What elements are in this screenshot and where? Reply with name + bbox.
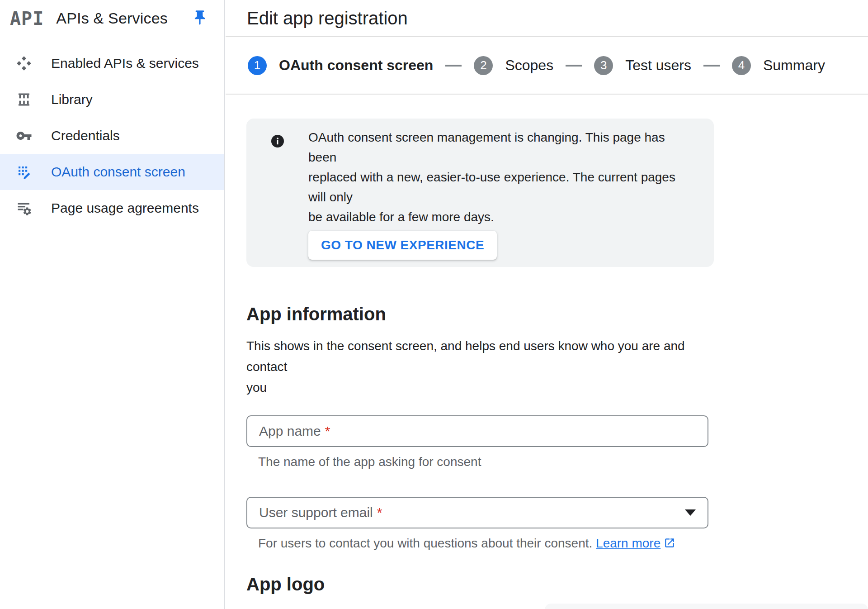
banner-message-line: replaced with a new, easier-to-use exper… <box>308 167 696 207</box>
step-test-users[interactable]: 3 Test users <box>594 56 691 75</box>
enabled-apis-icon <box>15 54 33 72</box>
info-icon <box>270 134 285 148</box>
step-label: Scopes <box>505 57 553 74</box>
page-title: Edit app registration <box>247 8 408 29</box>
step-label: OAuth consent screen <box>279 57 433 74</box>
oauth-consent-icon <box>15 163 33 181</box>
api-logo: API <box>10 8 44 29</box>
step-label: Test users <box>625 57 691 74</box>
sidebar-item-credentials[interactable]: Credentials <box>0 118 224 154</box>
step-connector <box>566 65 582 67</box>
sidebar-item-label: Enabled APIs & services <box>51 56 199 71</box>
main-panel: Edit app registration 1 OAuth consent sc… <box>226 0 868 609</box>
step-label: Summary <box>763 57 825 74</box>
user-support-email-helper: For users to contact you with questions … <box>258 536 868 552</box>
sidebar: API APIs & Services Enabled APIs & servi… <box>0 0 225 609</box>
chevron-down-icon[interactable] <box>685 509 696 516</box>
pushpin-icon <box>191 9 208 26</box>
learn-more-link[interactable]: Learn more <box>596 536 660 550</box>
step-number-badge: 1 <box>248 56 267 75</box>
key-icon <box>15 127 33 145</box>
list-gear-icon <box>15 199 33 217</box>
user-support-email-select[interactable]: User support email * <box>246 497 708 528</box>
step-summary[interactable]: 4 Summary <box>732 56 825 75</box>
step-scopes[interactable]: 2 Scopes <box>474 56 553 75</box>
sidebar-item-enabled-apis[interactable]: Enabled APIs & services <box>0 45 224 81</box>
notice-banner: OAuth consent screen management is chang… <box>246 119 714 267</box>
description-line: This shows in the consent screen, and he… <box>246 336 717 377</box>
app-name-input[interactable]: App name * <box>246 415 708 447</box>
partially-visible-panel <box>545 604 868 609</box>
registration-stepper: 1 OAuth consent screen 2 Scopes 3 Test u… <box>226 37 868 95</box>
step-number-badge: 4 <box>732 56 751 75</box>
sidebar-item-oauth-consent-screen[interactable]: OAuth consent screen <box>0 154 224 190</box>
library-icon <box>15 90 33 109</box>
user-support-email-placeholder: User support email <box>259 505 373 520</box>
app-information-description: This shows in the consent screen, and he… <box>246 336 717 398</box>
sidebar-item-label: OAuth consent screen <box>51 164 185 180</box>
go-to-new-experience-button[interactable]: GO TO NEW EXPERIENCE <box>308 231 497 260</box>
sidebar-header: API APIs & Services <box>0 0 224 37</box>
app-information-heading: App information <box>246 303 868 325</box>
pin-button[interactable] <box>190 8 209 27</box>
step-oauth-consent-screen[interactable]: 1 OAuth consent screen <box>248 56 433 75</box>
app-logo-heading: App logo <box>246 573 868 595</box>
sidebar-item-label: Page usage agreements <box>51 200 199 216</box>
step-connector <box>703 65 720 67</box>
banner-message-line: OAuth consent screen management is chang… <box>308 128 696 167</box>
description-line: you <box>246 377 717 398</box>
helper-text: For users to contact you with questions … <box>258 536 592 550</box>
step-number-badge: 3 <box>594 56 613 75</box>
banner-message-line: be available for a few more days. <box>308 207 696 227</box>
app-name-helper: The name of the app asking for consent <box>258 454 868 470</box>
step-connector <box>445 65 462 67</box>
required-marker: * <box>377 505 382 520</box>
sidebar-item-label: Credentials <box>51 128 120 143</box>
sidebar-item-label: Library <box>51 92 93 107</box>
main-header: Edit app registration <box>226 0 868 37</box>
app-name-placeholder: App name <box>259 423 321 439</box>
sidebar-item-library[interactable]: Library <box>0 81 224 118</box>
open-in-new-icon <box>664 537 675 552</box>
required-marker: * <box>325 423 330 439</box>
step-number-badge: 2 <box>474 56 493 75</box>
banner-icon-column <box>246 128 308 260</box>
banner-body: OAuth consent screen management is chang… <box>308 128 696 260</box>
sidebar-title: APIs & Services <box>56 10 168 27</box>
sidebar-nav: Enabled APIs & services Library Credenti… <box>0 37 224 226</box>
sidebar-item-page-usage-agreements[interactable]: Page usage agreements <box>0 190 224 226</box>
content-area: OAuth consent screen management is chang… <box>226 95 868 609</box>
